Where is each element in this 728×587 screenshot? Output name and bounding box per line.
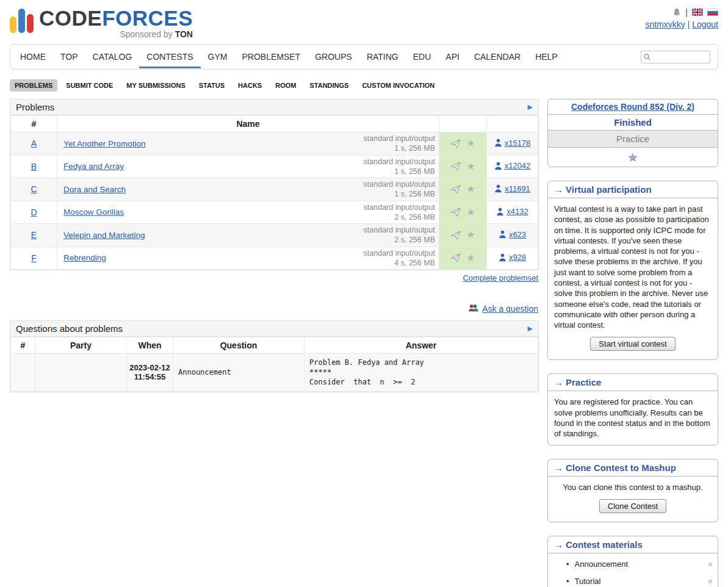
nav-item-rating[interactable]: RATING [359, 45, 406, 68]
solved-count-link[interactable]: x4132 [506, 207, 528, 216]
nav-item-top[interactable]: TOP [53, 45, 85, 68]
solved-person-icon[interactable] [499, 253, 506, 262]
nav-item-contests[interactable]: CONTESTS [139, 45, 200, 68]
q-col-question: Question [173, 337, 305, 354]
q-col-party: Party [35, 337, 127, 354]
submit-plane-icon[interactable] [450, 253, 461, 262]
nav-item-calendar[interactable]: CALENDAR [467, 45, 528, 68]
start-virtual-contest-button[interactable]: Start virtual contest [590, 337, 675, 351]
subnav-item-problems[interactable]: PROBLEMS [10, 79, 57, 92]
favorite-star-icon[interactable]: ★ [466, 184, 475, 194]
submit-plane-icon[interactable] [450, 139, 461, 148]
solved-person-icon[interactable] [499, 230, 506, 239]
solved-person-icon[interactable] [494, 184, 502, 193]
questions-table: Questions about problems ▶ # Party When … [10, 320, 539, 392]
close-icon[interactable]: × [708, 560, 713, 569]
logout-link[interactable]: Logout [692, 20, 718, 29]
problem-letter-link[interactable]: D [31, 207, 37, 217]
nav-item-gym[interactable]: GYM [201, 45, 235, 68]
ask-question-row: Ask a question [10, 303, 538, 315]
ask-question-link[interactable]: Ask a question [482, 304, 538, 314]
problem-letter-link[interactable]: A [31, 139, 37, 148]
bell-icon[interactable] [672, 8, 681, 17]
question-num [11, 354, 35, 392]
logo-bar-yellow [10, 16, 16, 33]
contest-info-box: Codeforces Round 852 (Div. 2) Finished P… [547, 99, 718, 167]
problems-table: Problems ▶ # Name A [10, 99, 539, 270]
submit-plane-icon[interactable] [450, 185, 461, 194]
question-answer: Problem B. Fedya and Array ***** Conside… [305, 354, 538, 392]
solved-count-link[interactable]: x623 [509, 230, 526, 239]
submit-plane-icon[interactable] [450, 231, 461, 240]
virtual-participation-box: →Virtual participation Virtual contest i… [547, 181, 718, 360]
nav-item-problemset[interactable]: PROBLEMSET [234, 45, 308, 68]
problem-name-link[interactable]: Fedya and Array [63, 162, 124, 171]
nav-item-edu[interactable]: EDU [406, 45, 439, 68]
complete-problemset-link[interactable]: Complete problemset [463, 273, 538, 283]
subnav-item-hacks[interactable]: HACKS [233, 79, 267, 92]
problem-letter-link[interactable]: B [31, 162, 37, 171]
material-announcement-link[interactable]: Announcement [575, 560, 628, 569]
solved-person-icon[interactable] [494, 139, 502, 147]
header: CODEFORCES Sponsored by TON | sntmxykky … [10, 6, 718, 39]
favorite-star-icon[interactable]: ★ [466, 230, 475, 240]
problem-name-link[interactable]: Rebrending [63, 253, 106, 262]
problem-name-link[interactable]: Velepin and Marketing [63, 231, 145, 240]
nav-item-home[interactable]: HOME [13, 45, 53, 68]
flag-en-icon[interactable] [692, 9, 703, 16]
subnav-item-custom-invocation[interactable]: CUSTOM INVOCATION [357, 79, 439, 92]
problem-name-link[interactable]: Dora and Search [63, 185, 126, 194]
nav-item-api[interactable]: API [438, 45, 467, 68]
material-tutorial-link[interactable]: Tutorial [575, 577, 601, 586]
subnav-item-my-submissions[interactable]: MY SUBMISSIONS [121, 79, 190, 92]
logo-code: CODE [39, 6, 102, 30]
favorite-star-icon[interactable]: ★ [466, 139, 475, 148]
nav-item-help[interactable]: HELP [528, 45, 565, 68]
search-input[interactable] [641, 51, 710, 63]
subnav-item-status[interactable]: STATUS [194, 79, 229, 92]
problem-constraints: standard input/output4 s, 256 MB [364, 248, 435, 268]
problem-letter-link[interactable]: C [31, 184, 37, 194]
solved-count-link[interactable]: x12042 [505, 161, 531, 170]
subnav-item-standings[interactable]: STANDINGS [305, 79, 353, 92]
expand-arrow-icon[interactable]: ▶ [528, 325, 533, 333]
virtual-text: Virtual contest is a way to take part in… [554, 204, 712, 330]
submit-plane-icon[interactable] [450, 207, 461, 217]
contest-title-link[interactable]: Codeforces Round 852 (Div. 2) [571, 102, 694, 112]
submit-plane-icon[interactable] [450, 162, 461, 171]
virtual-button-row: Start virtual contest [554, 337, 712, 351]
subnav-item-submit-code[interactable]: SUBMIT CODE [61, 79, 118, 92]
main-nav-items: HOME TOP CATALOG CONTESTS GYM PROBLEMSET… [13, 45, 565, 68]
nav-item-groups[interactable]: GROUPS [308, 45, 359, 68]
subnav-item-room[interactable]: ROOM [270, 79, 301, 92]
problem-name-link[interactable]: Moscow Gorillas [63, 207, 124, 217]
clone-title: Clone Contest to Mashup [566, 463, 676, 473]
problem-letter-link[interactable]: E [31, 230, 37, 240]
solved-count-link[interactable]: x15178 [505, 139, 531, 148]
material-item: • Announcement × [548, 556, 718, 573]
solved-count-link[interactable]: x11691 [505, 184, 530, 193]
solved-person-icon[interactable] [494, 162, 502, 170]
favorite-star-icon[interactable]: ★ [466, 253, 475, 263]
favorite-star-icon[interactable]: ★ [466, 207, 475, 217]
close-icon[interactable]: × [708, 577, 713, 586]
flag-ru-icon[interactable] [707, 9, 718, 16]
favorite-contest-star-icon[interactable]: ★ [627, 151, 638, 164]
logo-sponsored: Sponsored by TON [39, 29, 193, 39]
expand-arrow-icon[interactable]: ▶ [528, 103, 533, 111]
material-item: • Tutorial × [548, 573, 718, 587]
clone-contest-button[interactable]: Clone Contest [599, 499, 666, 513]
header-pipe: | [685, 7, 688, 17]
contest-star-row: ★ [548, 148, 718, 167]
favorite-star-icon[interactable]: ★ [466, 162, 475, 171]
problem-letter-link[interactable]: F [31, 253, 37, 263]
username-link[interactable]: sntmxykky [645, 20, 685, 29]
nav-item-catalog[interactable]: CATALOG [85, 45, 140, 68]
main-nav: HOME TOP CATALOG CONTESTS GYM PROBLEMSET… [10, 44, 718, 70]
solved-person-icon[interactable] [496, 207, 504, 216]
section-arrow-icon: → [554, 539, 563, 550]
codeforces-logo[interactable]: CODEFORCES Sponsored by TON [10, 6, 193, 39]
problem-name-link[interactable]: Yet Another Promotion [63, 139, 146, 148]
solved-count-link[interactable]: x928 [509, 253, 526, 262]
problems-caption: Problems [16, 102, 54, 112]
